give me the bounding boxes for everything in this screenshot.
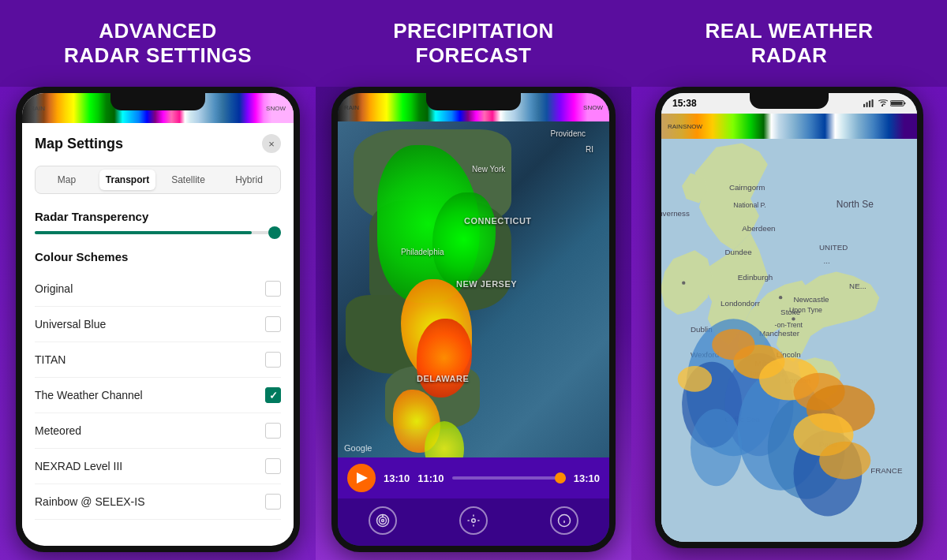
city-philadelphia-label: Philadelphia	[401, 248, 444, 256]
tab-satellite[interactable]: Satellite	[160, 170, 216, 190]
slider-section: Radar Transperency	[35, 210, 281, 234]
checkbox-universal-blue[interactable]	[265, 316, 281, 332]
header-right: REAL WEATHERRADAR	[631, 11, 947, 76]
svg-point-58	[712, 329, 754, 360]
scheme-name-universal-blue: Universal Blue	[35, 318, 106, 330]
checkbox-original[interactable]	[265, 281, 281, 297]
svg-text:Cairngorm: Cairngorm	[729, 183, 765, 192]
scheme-name-rainbow: Rainbow @ SELEX-IS	[35, 495, 145, 508]
transparency-slider[interactable]	[35, 231, 281, 234]
wifi-icon	[877, 99, 888, 107]
checkbox-nexrad[interactable]	[265, 458, 281, 474]
state-newjersey-label: NEW JERSEY	[456, 279, 517, 289]
svg-point-4	[472, 519, 476, 523]
svg-text:Newcastle: Newcastle	[793, 295, 829, 304]
header-left: ADVANCEDRADAR SETTINGS	[0, 11, 316, 76]
tab-map[interactable]: Map	[39, 170, 95, 190]
panels-row: RAIN SNOW Map Settings × Map Transport S…	[0, 87, 947, 560]
nav-radar-icon[interactable]	[369, 506, 397, 535]
svg-point-18	[792, 317, 795, 320]
settings-title: Map Settings	[35, 136, 123, 152]
play-icon	[357, 472, 368, 483]
close-button[interactable]: ×	[262, 134, 281, 153]
bottom-nav-mid	[338, 498, 609, 546]
mid-rain-label: RAIN	[344, 104, 359, 111]
svg-rect-10	[869, 101, 870, 107]
scheme-name-meteored: Meteored	[35, 424, 81, 437]
play-button[interactable]	[347, 464, 376, 492]
state-delaware-label: DELAWARE	[417, 374, 469, 383]
slider-thumb[interactable]	[268, 226, 281, 239]
map-svg: North Se Inverness Cairngorm National P.…	[661, 139, 917, 542]
tab-transport[interactable]: Transport	[99, 170, 155, 190]
snow-label: SNOW	[266, 105, 286, 112]
state-ri-label: RI	[586, 145, 593, 154]
city-newyork-label: New York	[472, 165, 505, 174]
phone-right: 15:38	[655, 87, 923, 548]
nav-info-icon[interactable]	[550, 506, 578, 535]
phone-mid: RAIN SNOW	[331, 87, 616, 552]
svg-point-12	[881, 105, 883, 106]
colour-schemes-title: Colour Schemes	[35, 250, 281, 263]
scheme-titan: TITAN	[35, 342, 281, 378]
timeline-bar: 13:10 11:10 13:10	[338, 457, 609, 498]
svg-text:...: ...	[823, 256, 829, 265]
phone-left: RAIN SNOW Map Settings × Map Transport S…	[16, 87, 300, 552]
tab-hybrid[interactable]: Hybrid	[221, 170, 277, 190]
svg-text:Inverness: Inverness	[661, 209, 690, 218]
google-attribution: Google	[344, 443, 372, 453]
notch-right	[750, 93, 829, 109]
svg-text:NE...: NE...	[849, 282, 867, 290]
svg-text:Upon Tyne: Upon Tyne	[789, 306, 822, 314]
header-title-3: REAL WEATHERRADAR	[705, 19, 873, 68]
battery-icon	[890, 99, 906, 107]
satellite-map: New York Philadelphia CONNECTICUT NEW JE…	[338, 121, 609, 457]
radar-color-bar-right: RAIN SNOW	[661, 114, 917, 139]
scheme-nexrad: NEXRAD Level III	[35, 449, 281, 484]
svg-point-17	[779, 296, 782, 299]
svg-point-19	[682, 281, 685, 284]
notch-left	[110, 93, 205, 110]
rain-label: RAIN	[30, 105, 45, 112]
checkbox-meteored[interactable]	[265, 423, 281, 439]
svg-rect-14	[904, 103, 905, 105]
svg-text:UNITED: UNITED	[819, 243, 848, 252]
map-settings-panel: Map Settings × Map Transport Satellite H…	[22, 123, 294, 531]
panel-left: RAIN SNOW Map Settings × Map Transport S…	[0, 87, 316, 560]
scheme-meteored: Meteored	[35, 413, 281, 449]
svg-text:Edinburgh: Edinburgh	[738, 273, 773, 282]
notch-mid	[426, 93, 521, 110]
right-map-area: North Se Inverness Cairngorm National P.…	[661, 139, 917, 542]
svg-rect-15	[891, 102, 903, 106]
svg-point-1	[380, 517, 387, 525]
scheme-name-weather-channel: The Weather Channel	[35, 389, 143, 401]
screen-left: RAIN SNOW Map Settings × Map Transport S…	[22, 93, 294, 546]
slider-fill	[35, 231, 252, 234]
right-rain-label: RAIN	[668, 123, 683, 130]
svg-text:FRANCE: FRANCE	[870, 466, 903, 475]
svg-text:National P.: National P.	[733, 201, 765, 209]
header-title-2: PRECIPITATIONFORECAST	[393, 19, 553, 68]
state-connecticut-label: CONNECTICUT	[464, 216, 532, 226]
header-title-1: ADVANCEDRADAR SETTINGS	[64, 19, 252, 68]
panel-mid: RAIN SNOW	[316, 87, 631, 560]
timeline-track[interactable]	[452, 476, 566, 480]
svg-point-50	[691, 409, 742, 486]
svg-rect-11	[872, 99, 874, 107]
scheme-universal-blue: Universal Blue	[35, 307, 281, 342]
time-to-label: 13:10	[574, 472, 600, 484]
svg-text:Manchester: Manchester	[759, 329, 800, 338]
svg-text:North Se: North Se	[837, 199, 874, 210]
status-icons	[863, 99, 906, 107]
radar-transparency-label: Radar Transperency	[35, 210, 281, 223]
scheme-rainbow: Rainbow @ SELEX-IS	[35, 484, 281, 520]
svg-text:Dundee: Dundee	[724, 248, 751, 256]
checkbox-rainbow[interactable]	[265, 494, 281, 510]
svg-point-2	[382, 520, 384, 522]
checkbox-titan[interactable]	[265, 352, 281, 368]
timeline-dot	[555, 472, 566, 483]
checkbox-weather-channel[interactable]	[265, 387, 281, 403]
svg-rect-8	[863, 104, 865, 107]
nav-settings-icon[interactable]	[459, 506, 488, 535]
mid-snow-label: SNOW	[583, 104, 603, 111]
